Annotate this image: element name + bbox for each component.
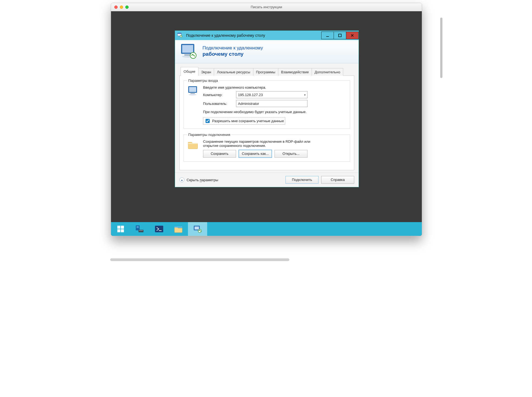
rdp-header-icon	[179, 43, 199, 59]
user-input[interactable]: Administrator	[236, 100, 307, 107]
save-button[interactable]: Сохранить	[203, 150, 236, 158]
login-section-icon	[187, 85, 199, 97]
dialog-body: Общие Экран Локальные ресурсы Программы …	[175, 63, 359, 172]
svg-rect-25	[174, 227, 182, 228]
host-scrollbar-horizontal[interactable]	[110, 258, 399, 261]
rdp-header-line2: рабочему столу	[203, 51, 243, 57]
rdp-title-icon	[177, 33, 183, 38]
taskbar-rdp-app[interactable]	[188, 222, 207, 236]
svg-rect-21	[138, 230, 143, 232]
computer-value: 195.128.127.23	[238, 93, 263, 97]
login-fieldset: Параметры входа	[184, 79, 350, 129]
computer-label: Компьютер:	[203, 93, 233, 97]
help-button[interactable]: Справка	[321, 176, 354, 184]
svg-rect-17	[121, 229, 124, 232]
connection-legend: Параметры подключения	[187, 133, 231, 137]
svg-rect-3	[326, 36, 329, 37]
taskbar-server-manager[interactable]	[130, 222, 149, 236]
save-credentials-label: Разрешить мне сохранять учетные данные	[212, 119, 284, 123]
svg-rect-6	[182, 45, 193, 53]
tab-experience[interactable]: Взаимодействие	[278, 68, 312, 76]
save-credentials-checkbox[interactable]: Разрешить мне сохранять учетные данные	[203, 117, 285, 125]
windows-taskbar[interactable]	[111, 222, 422, 236]
rdp-titlebar[interactable]: Подключение к удаленному рабочему столу	[175, 31, 359, 40]
tab-general[interactable]: Общие	[181, 67, 198, 76]
folder-icon	[187, 139, 199, 151]
tab-display[interactable]: Экран	[198, 68, 214, 76]
host-scrollbar-horizontal-thumb[interactable]	[110, 258, 289, 261]
taskbar-file-explorer[interactable]	[169, 222, 188, 236]
save-as-button[interactable]: Сохранить как...	[239, 150, 272, 158]
svg-point-9	[190, 52, 196, 58]
dialog-footer: ▲ Скрыть параметры Подключить Справка	[175, 172, 359, 187]
svg-rect-19	[137, 226, 139, 227]
login-note: При подключении необходимо будет указать…	[203, 110, 347, 114]
start-button[interactable]	[111, 222, 130, 236]
svg-point-13	[189, 94, 196, 96]
close-button[interactable]	[346, 32, 359, 39]
user-value: Administrator	[238, 102, 259, 106]
tab-advanced[interactable]: Дополнительно	[312, 68, 343, 76]
svg-rect-11	[189, 87, 196, 92]
minimize-button[interactable]	[321, 32, 334, 39]
svg-rect-1	[178, 33, 181, 34]
rdp-window-title: Подключение к удаленному рабочему столу	[186, 33, 265, 38]
tabs: Общие Экран Локальные ресурсы Программы …	[179, 67, 354, 76]
tab-local-resources[interactable]: Локальные ресурсы	[214, 68, 253, 76]
svg-rect-14	[117, 226, 120, 229]
hide-options-label: Скрыть параметры	[187, 178, 218, 182]
taskbar-powershell[interactable]	[149, 222, 169, 236]
chevron-up-icon: ▲	[179, 177, 184, 182]
rdp-header-line1: Подключение к удаленному	[203, 45, 263, 51]
mac-host-window: Писать инструкции Подключение к удаленно…	[111, 3, 422, 236]
connection-fieldset: Параметры подключения Сохранение тек	[184, 133, 350, 162]
svg-rect-16	[117, 229, 120, 232]
connect-button[interactable]: Подключить	[286, 176, 318, 184]
svg-rect-22	[139, 230, 143, 231]
hide-options-link[interactable]: ▲ Скрыть параметры	[179, 177, 218, 182]
svg-rect-4	[339, 34, 341, 37]
login-legend: Параметры входа	[187, 79, 219, 83]
open-button[interactable]: Открыть...	[275, 150, 307, 158]
rdp-header: Подключение к удаленному рабочему столу	[175, 40, 359, 63]
connection-desc: Сохранение текущих параметров подключени…	[203, 139, 321, 148]
computer-combobox[interactable]: 195.128.127.23 ▾	[236, 91, 307, 98]
mac-window-title: Писать инструкции	[111, 5, 422, 9]
maximize-button[interactable]	[334, 32, 346, 39]
chevron-down-icon: ▾	[304, 93, 306, 96]
host-scrollbar-vertical[interactable]	[440, 18, 442, 78]
save-credentials-input[interactable]	[206, 119, 210, 123]
svg-rect-20	[137, 227, 139, 228]
svg-rect-27	[195, 227, 199, 230]
svg-point-28	[198, 229, 201, 233]
rdp-header-heading: Подключение к удаленному рабочему столу	[203, 45, 263, 57]
svg-rect-15	[121, 226, 124, 229]
vm-viewport: Подключение к удаленному рабочему столу	[111, 11, 422, 236]
login-intro: Введите имя удаленного компьютера.	[203, 85, 347, 90]
svg-rect-24	[159, 230, 162, 231]
user-label: Пользователь:	[203, 102, 233, 106]
tab-panel-general: Параметры входа	[179, 76, 354, 170]
svg-rect-12	[190, 93, 195, 94]
mac-titlebar: Писать инструкции	[111, 3, 422, 11]
rdp-dialog: Подключение к удаленному рабочему столу	[175, 30, 359, 187]
caption-buttons	[322, 32, 359, 39]
tab-programs[interactable]: Программы	[253, 68, 278, 76]
